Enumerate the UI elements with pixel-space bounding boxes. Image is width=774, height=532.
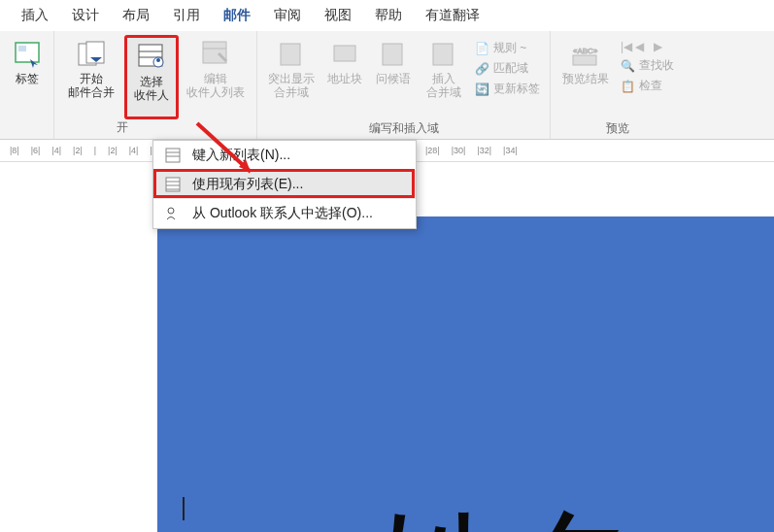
outlook-contacts-label: 从 Outlook 联系人中选择(O)... xyxy=(192,205,373,222)
insert-merge-field-button[interactable]: 插入 合并域 xyxy=(419,35,469,117)
rules-button[interactable]: 📄规则 ~ xyxy=(471,39,544,57)
tab-references[interactable]: 引用 xyxy=(161,0,212,31)
svg-point-8 xyxy=(156,58,160,62)
update-icon: 🔄 xyxy=(475,83,489,96)
group-preview-label: 预览 xyxy=(606,117,629,139)
ribbon: 标签 开始 邮件合并 选择 收件人 编辑 收 xyxy=(0,31,774,140)
edit-recipients-label: 编辑 收件人列表 xyxy=(186,72,245,99)
svg-rect-13 xyxy=(383,44,402,65)
recipients-icon xyxy=(136,42,167,73)
mail-merge-icon xyxy=(76,39,107,70)
match-fields-button[interactable]: 🔗匹配域 xyxy=(471,59,544,78)
select-recipients-button[interactable]: 选择 收件人 xyxy=(124,35,179,119)
select-recipients-label: 选择 收件人 xyxy=(134,75,169,102)
svg-rect-1 xyxy=(18,46,26,51)
insert-field-icon xyxy=(428,39,459,70)
svg-rect-11 xyxy=(281,44,300,65)
address-icon xyxy=(329,39,360,70)
greeting-line-button[interactable]: 问候语 xyxy=(370,35,417,117)
check-errors-button[interactable]: 📋检查 xyxy=(617,77,678,95)
select-recipients-dropdown: 键入新列表(N)... 使用现有列表(E)... 从 Outlook 联系人中选… xyxy=(152,140,417,229)
group-create: 标签 xyxy=(0,31,54,139)
record-nav[interactable]: |◀ ◀ ▶ xyxy=(617,39,678,54)
page-background[interactable] xyxy=(157,216,774,532)
highlight-label: 突出显示 合并域 xyxy=(268,72,315,99)
use-existing-list-item[interactable]: 使用现有列表(E)... xyxy=(153,170,416,199)
match-icon: 🔗 xyxy=(475,62,489,76)
type-new-list-item[interactable]: 键入新列表(N)... xyxy=(153,141,416,170)
existing-list-icon xyxy=(163,175,183,194)
check-icon: 📋 xyxy=(621,80,635,93)
group-write: 突出显示 合并域 地址块 问候语 插入 合并域 📄规则 ~ 🔗匹配域 🔄更新标签… xyxy=(256,31,551,139)
address-block-button[interactable]: 地址块 xyxy=(321,35,368,117)
preview-nav-column: |◀ ◀ ▶ 🔍查找收 📋检查 xyxy=(617,35,678,117)
labels-button[interactable]: 标签 xyxy=(1,35,53,134)
labels-label: 标签 xyxy=(16,72,39,85)
ribbon-tabs: 插入 设计 布局 引用 邮件 审阅 视图 帮助 有道翻译 xyxy=(0,0,774,31)
outlook-contacts-icon xyxy=(163,204,183,223)
label-icon xyxy=(12,39,43,70)
tab-review[interactable]: 审阅 xyxy=(262,0,313,31)
text-cursor xyxy=(183,497,185,520)
edit-recipients-button[interactable]: 编辑 收件人列表 xyxy=(181,35,251,119)
find-icon: 🔍 xyxy=(621,59,635,73)
tab-help[interactable]: 帮助 xyxy=(363,0,414,31)
svg-point-24 xyxy=(168,208,174,214)
find-recipient-button[interactable]: 🔍查找收 xyxy=(617,56,678,75)
tab-view[interactable]: 视图 xyxy=(313,0,363,31)
insert-field-label: 插入 合并域 xyxy=(426,72,461,99)
highlight-icon xyxy=(276,39,307,70)
new-list-icon xyxy=(163,146,183,165)
start-mail-merge-button[interactable]: 开始 邮件合并 xyxy=(60,35,122,119)
tab-insert[interactable]: 插入 xyxy=(10,0,60,31)
address-label: 地址块 xyxy=(327,72,362,85)
use-existing-list-label: 使用现有列表(E)... xyxy=(192,176,303,193)
tab-design[interactable]: 设计 xyxy=(60,0,111,31)
group-preview: «ABC» 预览结果 |◀ ◀ ▶ 🔍查找收 📋检查 预览 xyxy=(551,31,684,139)
preview-results-button[interactable]: «ABC» 预览结果 xyxy=(556,35,615,117)
rules-column: 📄规则 ~ 🔗匹配域 🔄更新标签 xyxy=(471,35,544,117)
preview-icon: «ABC» xyxy=(570,39,601,70)
edit-list-icon xyxy=(200,39,231,70)
group-start-label: 开 xyxy=(60,119,128,139)
group-write-label: 编写和插入域 xyxy=(369,117,439,139)
update-labels-button[interactable]: 🔄更新标签 xyxy=(471,80,544,98)
tab-youdao[interactable]: 有道翻译 xyxy=(414,0,491,31)
svg-rect-12 xyxy=(334,46,355,61)
start-mail-merge-label: 开始 邮件合并 xyxy=(68,72,115,99)
document-text[interactable]: 姓名 xyxy=(371,507,643,532)
group-start: 开始 邮件合并 选择 收件人 编辑 收件人列表 开 xyxy=(54,31,256,139)
greeting-icon xyxy=(378,39,409,70)
svg-rect-9 xyxy=(203,42,226,63)
rules-icon: 📄 xyxy=(475,42,489,55)
svg-rect-17 xyxy=(166,149,180,162)
tab-layout[interactable]: 布局 xyxy=(111,0,161,31)
svg-rect-14 xyxy=(433,44,453,65)
outlook-contacts-item[interactable]: 从 Outlook 联系人中选择(O)... xyxy=(153,199,416,228)
preview-label: 预览结果 xyxy=(562,72,609,85)
svg-rect-16 xyxy=(573,55,596,65)
greeting-label: 问候语 xyxy=(376,72,411,85)
svg-text:«ABC»: «ABC» xyxy=(573,47,598,55)
tab-mailings[interactable]: 邮件 xyxy=(212,0,262,31)
type-new-list-label: 键入新列表(N)... xyxy=(192,147,290,164)
highlight-merge-fields-button[interactable]: 突出显示 合并域 xyxy=(263,35,320,117)
